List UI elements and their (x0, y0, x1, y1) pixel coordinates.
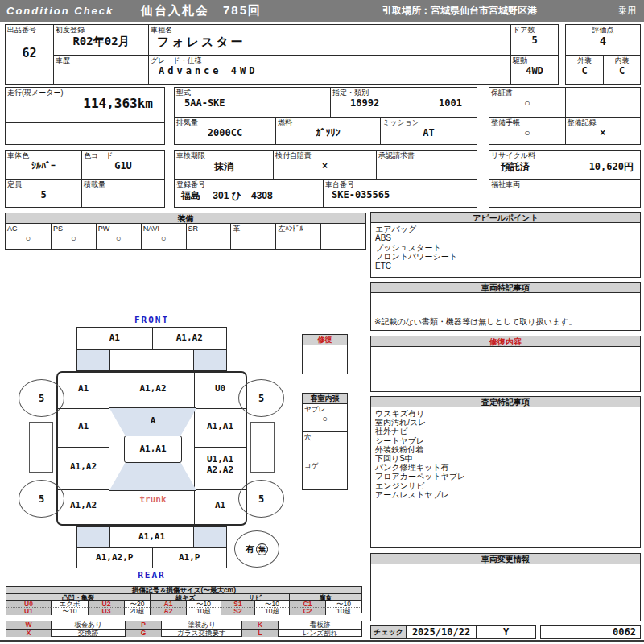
recycle-status-value: 預託済 (501, 160, 530, 174)
interior-trim-title: 客室内張 (303, 394, 347, 404)
legend-code-x: X (6, 629, 51, 637)
front-bumper-right-marks: A1,A2 (152, 328, 227, 349)
documents-table: 保証書 ○ 整備手帳 ○ 整備記録 × (489, 87, 641, 145)
left-quarter-marks: A1,A2 (58, 490, 109, 521)
registration-number-value: 福島 301 ひ 4308 (175, 189, 323, 203)
vehicle-notes-section: 車両特記事項 ※記載のない書類・機器等は無しとして取り扱います。 (370, 282, 641, 331)
drive-value: 4WD (511, 65, 558, 76)
repair-flag-box: 修復 (302, 334, 348, 374)
rear-right-corner (194, 527, 226, 547)
rear-left-corner (77, 527, 109, 547)
capacity-cell: 定員 5 (6, 180, 81, 207)
damage-legend-table: 損傷記号＆損傷サイズ(〜最大cm) 凸凹・亀裂 線キズ サビ 腐食 U0 エクボ… (6, 586, 362, 613)
maintenance-record-cell: 整備記録 × (565, 118, 641, 144)
front-cowl-row (76, 349, 227, 371)
exterior-score-value: C (566, 65, 603, 76)
vehicle-notes-title: 車両特記事項 (371, 283, 640, 293)
legend-code-g: G (125, 629, 161, 637)
model-name-value: フォレスター (149, 35, 510, 50)
appeal-item: フロントパワーシート (375, 252, 636, 261)
mission-value: AT (381, 127, 477, 138)
first-reg-history-cell: 初度登録 R02年02月 車歴 (53, 25, 148, 84)
auction-sheet: Condition Check 仙台入札会 785回 引取場所：宮城県仙台市宮城… (0, 0, 644, 644)
rear-bumper-left-marks: A1,A2,P (77, 548, 152, 568)
vehicle-id-table: 出品番号 62 初度登録 R02年02月 車歴 車種名 フォレスター グレード・… (5, 24, 559, 85)
assessment-item: アームレストヤブレ (375, 490, 636, 499)
hood-marks: A1,A2 (109, 373, 196, 405)
chassis-number-label: 車台番号 (324, 180, 477, 189)
sheet-number-box: 0062 (540, 625, 641, 639)
recycle-welfare-table: リサイクル料 預託済 10,620円 福祉車両 (489, 150, 641, 208)
windshield-marks: A (109, 408, 196, 434)
legend-code-c2: C2 (289, 607, 325, 615)
doors-label: ドア数 (511, 25, 558, 35)
trim-tear-label: ヤブレ (303, 404, 347, 414)
assessment-item: 室内汚れ/スレ (375, 418, 636, 427)
exterior-score-label: 外装 (566, 56, 603, 65)
wheel-rear-right: 5 (238, 480, 284, 518)
inspection-value: 抹消 (175, 160, 273, 174)
left-quarter-cell: A1,A2 (58, 489, 109, 525)
vehicle-category: 乗用 (600, 5, 644, 17)
doors-value: 5 (511, 35, 558, 46)
diagram-rear-label: REAR (76, 570, 227, 580)
model-code-cell: 型式 5AA-SKE (175, 88, 330, 117)
warranty-value: ○ (489, 97, 565, 109)
score-value: 4 (566, 35, 640, 47)
mission-label: ミッション (381, 118, 477, 127)
exterior-score-cell: 外装 C (566, 56, 603, 84)
odometer-box: 走行(現メーター) 114,363km (5, 87, 165, 145)
equip-ps-value: ○ (52, 233, 96, 243)
color-code-cell: 色コード G1U (81, 151, 164, 179)
hood-cell: A1,A2 (109, 373, 196, 408)
legend-val: 10超 (325, 607, 361, 615)
inspection-reg-table: 車検期限 抹消 検付自賠責 × 承認請求書 登録番号 福島 301 ひ 4308… (174, 150, 477, 208)
bottom-rule (0, 640, 644, 642)
first-registration-value: R02年02月 (54, 35, 148, 49)
equip-ps-cell: PS○ (51, 224, 96, 249)
legend-code-s2: S2 (221, 607, 254, 615)
registration-number-cell: 登録番号 福島 301 ひ 4308 (175, 180, 323, 207)
left-rear-door-marks: A1,A2 (58, 448, 109, 486)
rear-window (109, 463, 196, 490)
insurance-cell: 検付自賠責 × (273, 151, 376, 179)
fuel-label: 燃料 (276, 118, 380, 127)
left-rear-door-cell: A1,A2 (58, 447, 109, 489)
assessment-item: 社外ナビ (375, 427, 636, 436)
approval-cell: 承認請求書 (376, 151, 477, 179)
fuel-cell: 燃料 ｶﾞｿﾘﾝ (275, 118, 380, 144)
rear-panel-cell: A1,A1 (109, 527, 194, 547)
assessment-item: ウスキズ有り (375, 409, 636, 418)
assessment-item: パンク修理キット有 (375, 463, 636, 472)
check-label: チェック (371, 626, 406, 638)
color-code-value: G1U (82, 160, 164, 171)
maintenance-book-cell: 整備手帳 ○ (489, 118, 565, 144)
right-quarter-cell: A1 (194, 489, 246, 525)
auction-title: 仙台入札会 785回 (141, 3, 382, 19)
repair-no-circled: 無 (256, 543, 268, 555)
equip-pw-value: ○ (97, 233, 141, 243)
trim-tear-value: ○ (303, 414, 347, 423)
right-fender-cell: U0 (194, 373, 246, 408)
right-rear-door-cell: U1,A1 A2,A2 (194, 447, 246, 489)
right-front-door-marks: A1,A1 (195, 409, 246, 444)
legend-code-u3: U3 (88, 607, 124, 615)
class-number-value: 1001 (439, 97, 462, 109)
empty-doc-cell (565, 88, 641, 117)
approval-label: 承認請求書 (377, 151, 477, 160)
roof-marks: A1,A1 (125, 436, 181, 461)
load-cell: 積載量 (81, 180, 164, 207)
legend-desc: ガラス交換要す (161, 629, 242, 637)
left-fender-marks: A1 (58, 373, 109, 405)
recycle-fee-label: リサイクル料 (489, 151, 640, 160)
maintenance-book-label: 整備手帳 (489, 118, 565, 127)
rear-bumper: A1,A2,P A1,P (76, 547, 227, 568)
interior-trim-box: 客室内張 ヤブレ ○ 穴 コゲ (302, 393, 348, 490)
insurance-value: × (274, 160, 376, 171)
wheel-rear-left: 5 (19, 480, 64, 518)
wheel-front-right: 5 (238, 379, 284, 417)
roof-cell: A1,A1 (124, 436, 182, 463)
equip-leather-label: 革 (231, 224, 275, 233)
rear-panel-marks: A1,A1 (110, 527, 193, 546)
doors-drive-cell: ドア数 5 駆動 4WD (510, 25, 558, 84)
